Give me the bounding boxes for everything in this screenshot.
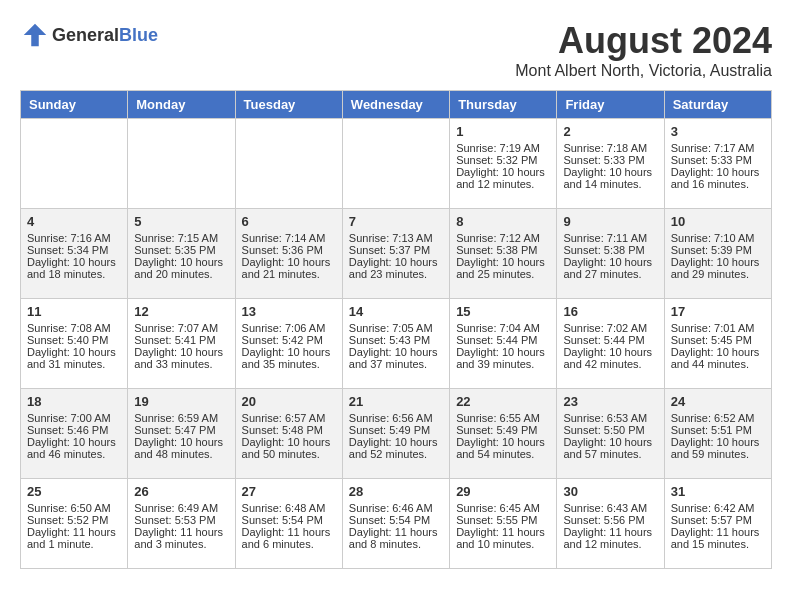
day-info: Daylight: 10 hours — [563, 346, 657, 358]
svg-marker-0 — [24, 24, 47, 47]
day-cell: 8Sunrise: 7:12 AMSunset: 5:38 PMDaylight… — [450, 209, 557, 299]
day-info: Sunset: 5:46 PM — [27, 424, 121, 436]
day-number: 7 — [349, 214, 443, 229]
day-cell: 12Sunrise: 7:07 AMSunset: 5:41 PMDayligh… — [128, 299, 235, 389]
day-info: Daylight: 10 hours — [563, 166, 657, 178]
day-number: 14 — [349, 304, 443, 319]
day-info: Sunset: 5:38 PM — [456, 244, 550, 256]
day-info: Daylight: 10 hours — [563, 256, 657, 268]
day-info: Sunset: 5:40 PM — [27, 334, 121, 346]
day-info: Daylight: 10 hours — [456, 256, 550, 268]
day-cell: 5Sunrise: 7:15 AMSunset: 5:35 PMDaylight… — [128, 209, 235, 299]
day-info: Daylight: 11 hours — [27, 526, 121, 538]
day-cell: 28Sunrise: 6:46 AMSunset: 5:54 PMDayligh… — [342, 479, 449, 569]
day-header-tuesday: Tuesday — [235, 91, 342, 119]
day-cell: 26Sunrise: 6:49 AMSunset: 5:53 PMDayligh… — [128, 479, 235, 569]
day-header-thursday: Thursday — [450, 91, 557, 119]
day-info: Sunrise: 7:11 AM — [563, 232, 657, 244]
day-info: Sunset: 5:43 PM — [349, 334, 443, 346]
day-number: 5 — [134, 214, 228, 229]
day-number: 29 — [456, 484, 550, 499]
day-info: Daylight: 11 hours — [456, 526, 550, 538]
day-cell: 4Sunrise: 7:16 AMSunset: 5:34 PMDaylight… — [21, 209, 128, 299]
day-number: 27 — [242, 484, 336, 499]
day-info: Daylight: 10 hours — [671, 346, 765, 358]
day-info: Daylight: 10 hours — [671, 166, 765, 178]
location: Mont Albert North, Victoria, Australia — [515, 62, 772, 80]
day-info: Sunrise: 7:04 AM — [456, 322, 550, 334]
day-cell: 24Sunrise: 6:52 AMSunset: 5:51 PMDayligh… — [664, 389, 771, 479]
day-cell: 15Sunrise: 7:04 AMSunset: 5:44 PMDayligh… — [450, 299, 557, 389]
logo: GeneralBlue — [20, 20, 158, 50]
day-info: Sunrise: 7:15 AM — [134, 232, 228, 244]
day-cell: 20Sunrise: 6:57 AMSunset: 5:48 PMDayligh… — [235, 389, 342, 479]
day-cell — [21, 119, 128, 209]
day-info: and 54 minutes. — [456, 448, 550, 460]
day-number: 6 — [242, 214, 336, 229]
day-info: Sunrise: 6:52 AM — [671, 412, 765, 424]
day-info: Sunset: 5:47 PM — [134, 424, 228, 436]
day-info: and 23 minutes. — [349, 268, 443, 280]
day-number: 21 — [349, 394, 443, 409]
day-cell: 30Sunrise: 6:43 AMSunset: 5:56 PMDayligh… — [557, 479, 664, 569]
day-header-friday: Friday — [557, 91, 664, 119]
day-info: Daylight: 10 hours — [27, 256, 121, 268]
day-info: Sunrise: 6:49 AM — [134, 502, 228, 514]
day-cell: 13Sunrise: 7:06 AMSunset: 5:42 PMDayligh… — [235, 299, 342, 389]
day-info: Sunrise: 7:06 AM — [242, 322, 336, 334]
day-info: Daylight: 11 hours — [349, 526, 443, 538]
day-info: Sunrise: 6:43 AM — [563, 502, 657, 514]
day-info: Sunrise: 6:59 AM — [134, 412, 228, 424]
day-info: Sunset: 5:32 PM — [456, 154, 550, 166]
day-cell: 17Sunrise: 7:01 AMSunset: 5:45 PMDayligh… — [664, 299, 771, 389]
day-info: Daylight: 10 hours — [349, 346, 443, 358]
day-cell: 16Sunrise: 7:02 AMSunset: 5:44 PMDayligh… — [557, 299, 664, 389]
day-info: and 35 minutes. — [242, 358, 336, 370]
day-info: Sunrise: 7:10 AM — [671, 232, 765, 244]
day-info: Sunrise: 7:07 AM — [134, 322, 228, 334]
day-cell: 21Sunrise: 6:56 AMSunset: 5:49 PMDayligh… — [342, 389, 449, 479]
day-info: Sunset: 5:48 PM — [242, 424, 336, 436]
title-block: August 2024 Mont Albert North, Victoria,… — [515, 20, 772, 80]
day-info: Daylight: 10 hours — [242, 256, 336, 268]
calendar-body: 1Sunrise: 7:19 AMSunset: 5:32 PMDaylight… — [21, 119, 772, 569]
day-info: Sunrise: 7:16 AM — [27, 232, 121, 244]
day-info: Sunset: 5:33 PM — [563, 154, 657, 166]
day-info: Sunrise: 7:14 AM — [242, 232, 336, 244]
day-info: and 21 minutes. — [242, 268, 336, 280]
day-info: Sunrise: 7:13 AM — [349, 232, 443, 244]
day-number: 12 — [134, 304, 228, 319]
day-info: Sunset: 5:50 PM — [563, 424, 657, 436]
day-number: 26 — [134, 484, 228, 499]
day-number: 28 — [349, 484, 443, 499]
day-cell — [235, 119, 342, 209]
day-header-sunday: Sunday — [21, 91, 128, 119]
day-info: Sunset: 5:56 PM — [563, 514, 657, 526]
day-number: 31 — [671, 484, 765, 499]
day-number: 15 — [456, 304, 550, 319]
day-header-wednesday: Wednesday — [342, 91, 449, 119]
day-info: Sunset: 5:41 PM — [134, 334, 228, 346]
day-info: Daylight: 11 hours — [563, 526, 657, 538]
day-info: Daylight: 10 hours — [242, 346, 336, 358]
day-cell — [342, 119, 449, 209]
day-info: and 39 minutes. — [456, 358, 550, 370]
day-header-saturday: Saturday — [664, 91, 771, 119]
day-info: Sunset: 5:45 PM — [671, 334, 765, 346]
day-info: Daylight: 10 hours — [456, 346, 550, 358]
day-info: Sunset: 5:39 PM — [671, 244, 765, 256]
day-cell: 11Sunrise: 7:08 AMSunset: 5:40 PMDayligh… — [21, 299, 128, 389]
week-row-5: 25Sunrise: 6:50 AMSunset: 5:52 PMDayligh… — [21, 479, 772, 569]
day-info: and 31 minutes. — [27, 358, 121, 370]
day-info: and 20 minutes. — [134, 268, 228, 280]
day-info: Sunset: 5:37 PM — [349, 244, 443, 256]
day-number: 19 — [134, 394, 228, 409]
day-cell: 3Sunrise: 7:17 AMSunset: 5:33 PMDaylight… — [664, 119, 771, 209]
day-number: 10 — [671, 214, 765, 229]
day-cell: 23Sunrise: 6:53 AMSunset: 5:50 PMDayligh… — [557, 389, 664, 479]
day-number: 4 — [27, 214, 121, 229]
day-info: and 3 minutes. — [134, 538, 228, 550]
logo-text-general: General — [52, 25, 119, 45]
day-info: and 8 minutes. — [349, 538, 443, 550]
day-cell: 22Sunrise: 6:55 AMSunset: 5:49 PMDayligh… — [450, 389, 557, 479]
